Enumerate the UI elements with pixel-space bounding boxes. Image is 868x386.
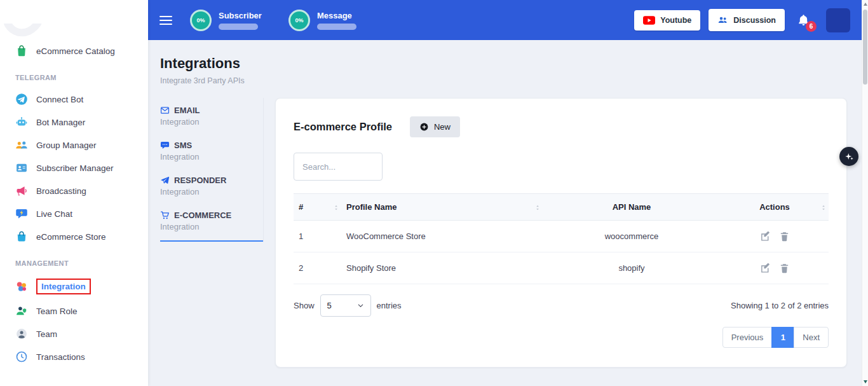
clock-icon: [15, 350, 28, 363]
integration-nav-sms[interactable]: SMS Integration: [160, 141, 263, 176]
api-name-cell: woocommerce: [543, 221, 721, 251]
sort-icon[interactable]: [534, 203, 541, 212]
integration-nav-title: RESPONDER: [174, 176, 226, 185]
person-shield-icon: [15, 305, 28, 317]
logo-placeholder: [0, 0, 48, 24]
sidebar-item-ecommerce-catalog[interactable]: eCommerce Catalog: [0, 39, 148, 62]
integration-nav-subtitle: Integration: [160, 187, 263, 196]
actions-cell: [721, 221, 829, 252]
sidebar: eCommerce Catalog TELEGRAM Connect Bot B…: [0, 0, 148, 386]
pagination: Previous 1 Next: [294, 327, 829, 348]
integration-nav-responder[interactable]: RESPONDER Integration: [160, 176, 263, 210]
sidebar-item-team-role[interactable]: Team Role: [0, 300, 148, 322]
page-1-button[interactable]: 1: [771, 327, 794, 348]
api-name-cell: shopify: [543, 253, 721, 283]
notifications-button[interactable]: 6: [797, 13, 810, 27]
sparkle-icon: [844, 152, 854, 162]
sidebar-item-label: eCommerce Catalog: [36, 46, 115, 56]
group-icon: [15, 139, 28, 151]
sidebar-item-transactions[interactable]: Transactions: [0, 345, 148, 368]
sidebar-item-label: Live Chat: [36, 209, 72, 219]
main-content: Integrations Integrate 3rd Party APIs EM…: [148, 40, 862, 386]
integration-nav-title: E-COMMERCE: [174, 210, 231, 220]
search-input[interactable]: [294, 153, 383, 181]
profiles-table: # Profile Name API Name Actions: [294, 193, 829, 284]
vertical-scrollbar: [862, 0, 868, 386]
previous-page-button[interactable]: Previous: [722, 327, 773, 348]
edit-button[interactable]: [760, 231, 771, 242]
scroll-up-arrow[interactable]: [862, 0, 868, 8]
actions-cell: [721, 252, 829, 284]
delete-button[interactable]: [779, 263, 790, 273]
message-progress-circle: 0%: [288, 10, 310, 31]
sidebar-item-live-chat[interactable]: Live Chat: [0, 202, 148, 225]
integration-cluster-icon: [15, 280, 28, 293]
message-stat-skeleton: [317, 24, 356, 30]
integration-nav-subtitle: Integration: [160, 117, 263, 127]
integration-nav-ecommerce[interactable]: E-COMMERCE Integration: [160, 210, 263, 242]
sort-icon[interactable]: [820, 203, 827, 212]
table-row: 1 WooCommerce Store woocommerce: [294, 221, 829, 252]
integration-nav-email[interactable]: EMAIL Integration: [160, 106, 263, 141]
chat-bubble-icon: [15, 207, 28, 220]
message-stat-label: Message: [317, 11, 356, 20]
integration-nav-subtitle: Integration: [160, 222, 263, 231]
sort-icon[interactable]: [333, 203, 340, 212]
page-title: Integrations: [160, 55, 862, 72]
assistant-fab-button[interactable]: [839, 147, 858, 166]
avatar[interactable]: [826, 8, 850, 32]
sidebar-item-integration[interactable]: Integration: [0, 273, 148, 300]
paper-plane-icon: [160, 176, 170, 185]
subscriber-stat-label: Subscriber: [219, 11, 262, 20]
ecommerce-profile-card: E-commerce Profile New # Profil: [275, 98, 847, 368]
youtube-button[interactable]: Youtube: [634, 10, 700, 31]
sms-icon: [160, 141, 170, 150]
scrollbar-thumb[interactable]: [863, 10, 867, 85]
sidebar-item-team[interactable]: Team: [0, 322, 148, 345]
showing-entries-text: Showing 1 to 2 of 2 entries: [731, 301, 829, 310]
app-root: eCommerce Catalog TELEGRAM Connect Bot B…: [0, 0, 868, 386]
edit-icon: [760, 263, 771, 273]
integration-nav-title: SMS: [174, 141, 192, 150]
youtube-icon: [643, 16, 655, 25]
topbar: 0% Subscriber 0% Message Youtube Discuss…: [148, 0, 862, 40]
sidebar-item-label: Connect Bot: [36, 95, 83, 104]
sidebar-item-label: Group Manager: [36, 141, 97, 150]
scroll-down-arrow[interactable]: [862, 378, 868, 386]
subscriber-stat: 0% Subscriber: [190, 10, 262, 31]
team-person-icon: [15, 327, 28, 340]
entries-label: entries: [377, 301, 402, 310]
sidebar-item-label: Subscriber Manager: [36, 163, 114, 173]
new-button-label: New: [434, 122, 451, 132]
column-header-api-name[interactable]: API Name: [543, 194, 721, 220]
delete-button[interactable]: [779, 231, 790, 242]
column-header-num[interactable]: #: [294, 194, 341, 220]
new-profile-button[interactable]: New: [410, 116, 460, 137]
hamburger-menu-icon[interactable]: [159, 16, 172, 25]
trash-icon: [779, 263, 790, 273]
next-page-button[interactable]: Next: [794, 327, 829, 348]
column-header-profile-name[interactable]: Profile Name: [341, 194, 543, 220]
sidebar-section-telegram: TELEGRAM: [15, 74, 133, 81]
edit-icon: [760, 231, 771, 242]
plus-circle-icon: [419, 122, 429, 132]
subscriber-stat-skeleton: [219, 24, 258, 30]
integration-nav-subtitle: Integration: [160, 152, 263, 162]
shopping-bag-icon: [15, 45, 28, 57]
sidebar-item-ecommerce-store[interactable]: eCommerce Store: [0, 225, 148, 248]
sidebar-section-management: MANAGEMENT: [15, 259, 133, 267]
store-bag-icon: [15, 230, 28, 243]
integration-nav-title: EMAIL: [174, 106, 200, 115]
edit-button[interactable]: [760, 263, 771, 273]
message-stat: 0% Message: [288, 10, 356, 31]
column-header-actions[interactable]: Actions: [721, 194, 829, 220]
sidebar-item-label: Integration: [41, 282, 86, 291]
sidebar-item-subscriber-manager[interactable]: Subscriber Manager: [0, 156, 148, 179]
sidebar-item-bot-manager[interactable]: Bot Manager: [0, 111, 148, 134]
sidebar-item-group-manager[interactable]: Group Manager: [0, 134, 148, 156]
sidebar-item-broadcasting[interactable]: Broadcasting: [0, 179, 148, 202]
discussion-button[interactable]: Discussion: [709, 9, 785, 31]
sidebar-item-connect-bot[interactable]: Connect Bot: [0, 88, 148, 111]
highlight-box: Integration: [36, 279, 91, 294]
page-size-select[interactable]: 5: [320, 294, 371, 317]
